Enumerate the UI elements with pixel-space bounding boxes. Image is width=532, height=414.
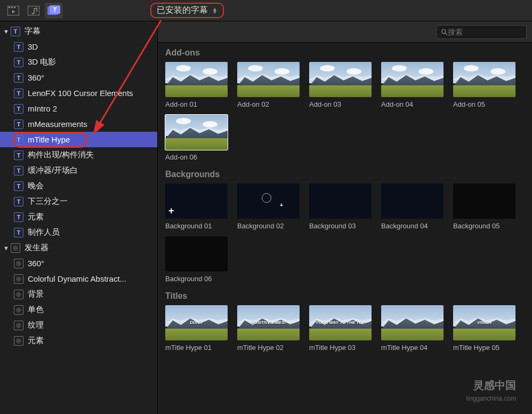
sidebar-item[interactable]: TLenoFX 100 Cursor Elements bbox=[0, 85, 157, 101]
top-toolbar: T 已安装的字幕 ▲▼ bbox=[0, 0, 532, 21]
sidebar-group-label: 字幕 bbox=[25, 26, 41, 36]
generator-item-icon: ◎ bbox=[14, 274, 23, 284]
thumb-label: Background 02 bbox=[237, 222, 300, 230]
sidebar-item-label: 制作人员 bbox=[28, 227, 60, 237]
sidebar-item[interactable]: T缓冲器/开场白 bbox=[0, 163, 157, 178]
sidebar-item-mtitle-hype[interactable]: TmTitle Hype bbox=[0, 132, 157, 147]
sidebar-item[interactable]: ◎Colorful Dynamic Abstract... bbox=[0, 271, 157, 286]
thumb-label: mTitle Hype 03 bbox=[309, 344, 372, 352]
sidebar-group-titles[interactable]: ▼T字幕 bbox=[0, 23, 157, 39]
sidebar-item[interactable]: T制作人员 bbox=[0, 225, 157, 240]
sidebar-item-label: 背景 bbox=[28, 289, 44, 299]
sidebar-item[interactable]: T构件出现/构件消失 bbox=[0, 147, 157, 163]
title-item-icon: T bbox=[14, 135, 23, 145]
sidebar-item[interactable]: ◎背景 bbox=[0, 286, 157, 302]
svg-marker-4 bbox=[12, 10, 15, 13]
title-item-icon: T bbox=[14, 120, 23, 129]
background-thumb[interactable]: Background 06 bbox=[165, 236, 228, 283]
thumb-label: Add-on 03 bbox=[309, 100, 372, 108]
title-thumb[interactable]: DON'TmTitle Hype 01 bbox=[165, 305, 228, 352]
sidebar-item[interactable]: T下三分之一 bbox=[0, 194, 157, 209]
disclosure-triangle-icon[interactable]: ▼ bbox=[3, 245, 11, 251]
sidebar-item-label: mMeasurements bbox=[28, 120, 87, 129]
thumb-label: mTitle Hype 04 bbox=[381, 344, 444, 352]
sidebar-item[interactable]: T晚会 bbox=[0, 178, 157, 194]
disclosure-triangle-icon[interactable]: ▼ bbox=[3, 28, 11, 35]
addon-thumb[interactable]: Add-on 02 bbox=[237, 62, 300, 108]
plus-icon: + bbox=[168, 205, 174, 217]
search-icon bbox=[441, 28, 448, 36]
sidebar-item-label: 3D 电影 bbox=[28, 57, 56, 67]
sidebar-item[interactable]: T3D bbox=[0, 39, 157, 54]
sidebar-item[interactable]: T360° bbox=[0, 70, 157, 85]
sidebar-item-label: 元素 bbox=[28, 336, 44, 346]
titles-category-icon: T bbox=[11, 27, 20, 36]
svg-text:T: T bbox=[53, 6, 57, 13]
background-thumb[interactable]: Background 03 bbox=[309, 184, 372, 230]
sidebar: ▼T字幕 T3D T3D 电影 T360° TLenoFX 100 Cursor… bbox=[0, 21, 158, 414]
sidebar-item[interactable]: TmMeasurements bbox=[0, 116, 157, 132]
sidebar-item-label: mIntro 2 bbox=[28, 104, 57, 113]
sidebar-group-generators[interactable]: ▼◎发生器 bbox=[0, 240, 157, 256]
sidebar-item[interactable]: TmIntro 2 bbox=[0, 101, 157, 116]
title-item-icon: T bbox=[14, 181, 23, 191]
thumb-label: Background 05 bbox=[453, 222, 515, 230]
thumb-label: Add-on 06 bbox=[165, 153, 228, 161]
title-thumb[interactable]: VISIONmTitle Hype 05 bbox=[453, 305, 515, 352]
background-thumb[interactable]: +Background 01 bbox=[165, 184, 228, 230]
section-title: Backgrounds bbox=[165, 170, 525, 179]
sidebar-item[interactable]: ◎元素 bbox=[0, 333, 157, 348]
title-item-icon: T bbox=[14, 104, 23, 114]
sidebar-item[interactable]: T3D 电影 bbox=[0, 54, 157, 70]
music-browser-icon[interactable] bbox=[25, 3, 43, 19]
title-item-icon: T bbox=[14, 89, 23, 98]
background-thumb[interactable]: Background 04 bbox=[381, 184, 444, 230]
addon-thumb[interactable]: Add-on 01 bbox=[165, 62, 228, 108]
addon-thumb-selected[interactable]: Add-on 06 bbox=[165, 115, 228, 161]
thumb-label: mTitle Hype 05 bbox=[453, 344, 515, 352]
sidebar-item[interactable]: T元素 bbox=[0, 209, 157, 225]
title-thumb[interactable]: YOUR WAY TO THE TOPmTitle Hype 03 bbox=[309, 305, 372, 352]
search-input[interactable] bbox=[448, 28, 522, 36]
sidebar-item-label: 3D bbox=[28, 42, 38, 51]
search-field[interactable] bbox=[436, 25, 527, 39]
thumb-label: Add-on 05 bbox=[453, 100, 515, 108]
media-browser-icon[interactable] bbox=[4, 3, 22, 19]
thumb-label: Add-on 01 bbox=[165, 100, 228, 108]
title-item-icon: T bbox=[14, 212, 23, 222]
thumb-label: Background 06 bbox=[165, 275, 228, 283]
svg-point-9 bbox=[442, 29, 446, 33]
generator-item-icon: ◎ bbox=[14, 290, 23, 299]
thumb-label: Add-on 02 bbox=[237, 100, 300, 108]
thumb-label: Background 03 bbox=[309, 222, 372, 230]
sidebar-item[interactable]: ◎360° bbox=[0, 256, 157, 271]
title-item-icon: T bbox=[14, 58, 23, 67]
sidebar-item[interactable]: ◎单色 bbox=[0, 302, 157, 317]
addon-thumb[interactable]: Add-on 05 bbox=[453, 62, 515, 108]
generator-item-icon: ◎ bbox=[14, 321, 23, 330]
title-item-icon: T bbox=[14, 150, 23, 160]
svg-rect-3 bbox=[14, 7, 15, 8]
title-overlay bbox=[381, 305, 444, 340]
svg-line-10 bbox=[445, 33, 447, 35]
thumb-label: Background 01 bbox=[165, 222, 228, 230]
sidebar-item[interactable]: ◎纹理 bbox=[0, 317, 157, 333]
addon-thumb[interactable]: Add-on 03 bbox=[309, 62, 372, 108]
svg-rect-2 bbox=[11, 7, 13, 8]
title-thumb[interactable]: POSITIVE VIBES!mTitle Hype 02 bbox=[237, 305, 300, 352]
sidebar-item-label: 单色 bbox=[28, 305, 44, 315]
titles-browser-icon[interactable]: T bbox=[45, 3, 63, 19]
sidebar-item-label: 元素 bbox=[28, 212, 44, 222]
background-thumb[interactable]: +Background 02 bbox=[237, 184, 300, 230]
generator-item-icon: ◎ bbox=[14, 336, 23, 346]
installed-titles-dropdown[interactable]: 已安装的字幕 ▲▼ bbox=[150, 3, 224, 18]
thumb-label: Background 04 bbox=[381, 222, 444, 230]
generator-item-icon: ◎ bbox=[14, 305, 23, 315]
addon-thumb[interactable]: Add-on 04 bbox=[381, 62, 444, 108]
background-thumb[interactable]: Background 05 bbox=[453, 184, 515, 230]
sidebar-item-label: 360° bbox=[28, 259, 44, 268]
title-overlay: VISION bbox=[453, 305, 515, 340]
title-thumb[interactable]: mTitle Hype 04 bbox=[381, 305, 444, 352]
section-addons: Add-ons Add-on 01 Add-on 02 Add-on 03 Ad… bbox=[158, 43, 532, 164]
title-overlay: YOUR WAY TO THE TOP bbox=[309, 305, 372, 340]
